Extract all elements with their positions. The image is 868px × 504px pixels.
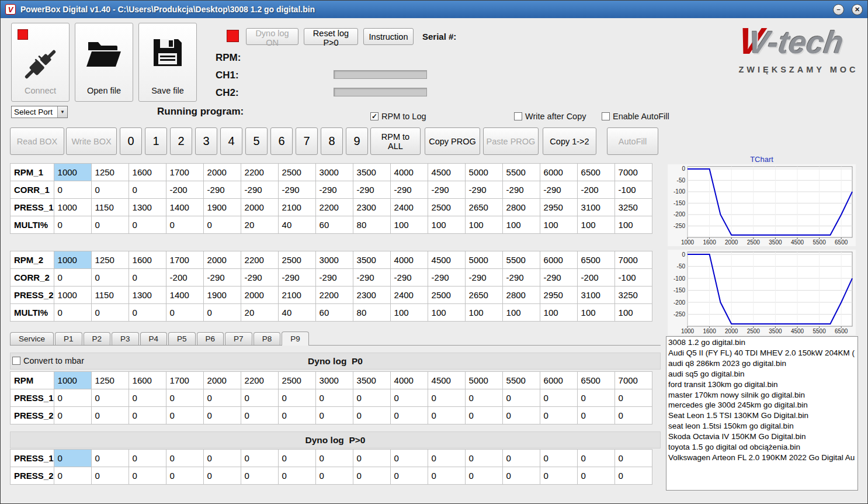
grid-cell[interactable]: 7000: [614, 164, 652, 181]
program-button-8[interactable]: 8: [321, 127, 343, 155]
grid-cell[interactable]: 100: [577, 304, 614, 322]
grid-cell[interactable]: 0: [166, 304, 203, 322]
program-button-3[interactable]: 3: [195, 127, 217, 155]
grid-cell[interactable]: 1900: [203, 199, 241, 216]
tab-p1[interactable]: P1: [55, 332, 82, 345]
grid-cell[interactable]: -290: [241, 269, 278, 286]
grid-cell[interactable]: 0: [91, 467, 129, 485]
grid-cell[interactable]: 0: [353, 389, 390, 407]
grid-cell[interactable]: 0: [353, 467, 390, 485]
grid-cell[interactable]: 0: [241, 450, 278, 467]
grid-cell[interactable]: 2950: [540, 199, 577, 216]
grid-cell[interactable]: 1000: [54, 251, 91, 269]
grid-cell[interactable]: 5000: [465, 164, 502, 181]
grid-cell[interactable]: 0: [203, 216, 241, 234]
grid-cell[interactable]: 0: [315, 407, 353, 424]
grid-cell[interactable]: -290: [315, 269, 353, 286]
grid-cell[interactable]: 1900: [203, 286, 241, 304]
grid-cell[interactable]: 1700: [166, 251, 203, 269]
grid-cell[interactable]: 0: [91, 269, 129, 286]
grid-cell[interactable]: 0: [390, 467, 428, 485]
grid-cell[interactable]: -290: [353, 269, 390, 286]
rpm-to-log-checkbox[interactable]: RPM to Log: [370, 112, 426, 121]
grid-cell[interactable]: 3000: [315, 164, 353, 181]
grid-cell[interactable]: 7000: [614, 372, 652, 389]
grid-cell[interactable]: 3250: [614, 199, 652, 216]
grid-cell[interactable]: 0: [54, 467, 91, 485]
grid-cell[interactable]: 0: [278, 467, 315, 485]
grid-cell[interactable]: 0: [203, 407, 241, 424]
grid-cell[interactable]: 3500: [353, 372, 390, 389]
rpm-to-all-button[interactable]: RPM to ALL: [370, 127, 421, 155]
grid-cell[interactable]: 0: [577, 450, 614, 467]
grid-cell[interactable]: 1250: [91, 372, 129, 389]
grid-cell[interactable]: 0: [166, 216, 203, 234]
grid-cell[interactable]: 40: [278, 304, 315, 322]
grid-cell[interactable]: 0: [465, 389, 502, 407]
grid-cell[interactable]: 2500: [278, 372, 315, 389]
grid-cell[interactable]: 0: [390, 450, 428, 467]
grid-cell[interactable]: 1150: [91, 199, 129, 216]
grid-cell[interactable]: 2500: [278, 251, 315, 269]
grid-cell[interactable]: 1150: [91, 286, 129, 304]
grid-cell[interactable]: 3000: [315, 251, 353, 269]
grid-cell[interactable]: 4000: [390, 372, 428, 389]
grid-cell[interactable]: -290: [278, 269, 315, 286]
tab-p3[interactable]: P3: [112, 332, 139, 345]
grid-cell[interactable]: 0: [502, 389, 540, 407]
grid-cell[interactable]: 4000: [390, 251, 428, 269]
grid-cell[interactable]: 0: [315, 450, 353, 467]
grid-cell[interactable]: 0: [614, 389, 652, 407]
grid-cell[interactable]: 0: [129, 269, 166, 286]
grid-cell[interactable]: 1600: [129, 372, 166, 389]
write-after-copy-checkbox[interactable]: Write after Copy: [514, 112, 586, 121]
grid-cell[interactable]: 0: [54, 216, 91, 234]
file-list-item[interactable]: Audi Q5 II (FY FL) 40 TDI MHEV 2.0 150kW…: [668, 348, 857, 358]
grid-cell[interactable]: -290: [353, 181, 390, 199]
grid-cell[interactable]: 0: [166, 450, 203, 467]
grid-cell[interactable]: 1600: [129, 251, 166, 269]
grid-cell[interactable]: 6000: [540, 164, 577, 181]
grid-cell[interactable]: 1250: [91, 251, 129, 269]
grid-cell[interactable]: 1400: [166, 199, 203, 216]
program-button-2[interactable]: 2: [170, 127, 192, 155]
grid-cell[interactable]: 0: [465, 467, 502, 485]
grid-cell[interactable]: -200: [577, 269, 614, 286]
grid-cell[interactable]: 2000: [241, 286, 278, 304]
grid-cell[interactable]: 2800: [502, 199, 540, 216]
grid-cell[interactable]: 0: [129, 304, 166, 322]
grid-cell[interactable]: 2500: [428, 199, 465, 216]
grid-cell[interactable]: 0: [278, 450, 315, 467]
instruction-button[interactable]: Instruction: [363, 28, 414, 45]
grid-cell[interactable]: -290: [390, 181, 428, 199]
grid-cell[interactable]: -100: [614, 269, 652, 286]
program-button-9[interactable]: 9: [346, 127, 368, 155]
copy-prog-button[interactable]: Copy PROG: [425, 127, 480, 155]
grid-cell[interactable]: 2200: [241, 164, 278, 181]
grid-cell[interactable]: 1300: [129, 286, 166, 304]
grid-cell[interactable]: 0: [54, 304, 91, 322]
grid-cell[interactable]: 2100: [278, 199, 315, 216]
grid-cell[interactable]: 3000: [315, 372, 353, 389]
grid-cell[interactable]: 100: [465, 304, 502, 322]
write-box-button[interactable]: Write BOX: [66, 127, 117, 155]
grid-cell[interactable]: 100: [614, 304, 652, 322]
grid-cell[interactable]: 0: [390, 389, 428, 407]
grid-cell[interactable]: 100: [390, 304, 428, 322]
grid-cell[interactable]: 2200: [241, 251, 278, 269]
grid-cell[interactable]: -290: [540, 269, 577, 286]
file-list-item[interactable]: Volkswagen Arteon FL 2.0 190KM 2022 Go D…: [668, 453, 857, 463]
tab-p2[interactable]: P2: [84, 332, 111, 345]
grid-cell[interactable]: 0: [54, 450, 91, 467]
grid-cell[interactable]: 0: [54, 389, 91, 407]
grid-cell[interactable]: 0: [614, 450, 652, 467]
tab-service[interactable]: Service: [10, 332, 54, 345]
grid-cell[interactable]: 2100: [278, 286, 315, 304]
grid-cell[interactable]: 3250: [614, 286, 652, 304]
grid-cell[interactable]: 1700: [166, 164, 203, 181]
grid-cell[interactable]: 2400: [390, 199, 428, 216]
grid-cell[interactable]: 5500: [502, 251, 540, 269]
grid-cell[interactable]: 2300: [353, 199, 390, 216]
grid-cell[interactable]: 1300: [129, 199, 166, 216]
enable-autofill-checkbox[interactable]: Enable AutoFill: [602, 112, 669, 121]
